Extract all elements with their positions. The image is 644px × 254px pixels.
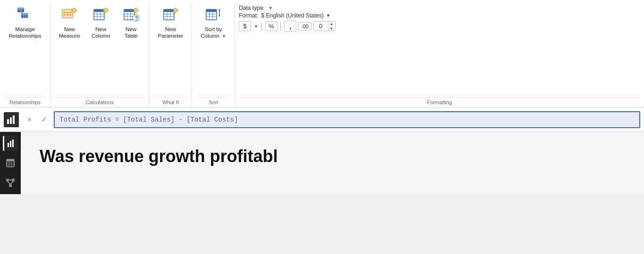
svg-rect-85 [8,143,9,147]
svg-rect-84 [13,115,15,124]
decimal-spinner: ▲ ▼ [328,22,335,31]
formula-cancel-button[interactable]: × [25,114,34,126]
view-icon-bar [4,112,19,127]
percent-button[interactable]: % [265,21,277,31]
formatting-items: Data type: ▼ Format: $ English (United S… [239,3,640,96]
svg-rect-97 [9,184,12,187]
decimal-number-input[interactable] [314,22,328,31]
decimal-up-button[interactable]: ▲ [328,22,335,26]
new-parameter-button[interactable]: NewParameter [153,3,188,41]
dollar-button[interactable]: $ [239,21,251,31]
sidebar-icon-report[interactable] [3,136,18,151]
svg-rect-86 [10,141,11,147]
sidebar-icon-data[interactable] [3,156,18,171]
svg-rect-13 [64,12,66,13]
svg-rect-83 [10,117,12,124]
formatting-group-label: Formatting [239,97,640,107]
ribbon-group-relationships: Manage Relationships Relationships [0,3,50,107]
new-table-icon: ? [122,6,141,25]
format-value-text: $ English (United States) [261,12,324,19]
ribbon-group-items-calculations: NewMeasure [54,3,145,96]
new-measure-icon [60,6,79,25]
svg-rect-15 [69,12,71,13]
datatype-label: Data type: [239,5,265,11]
new-table-label: NewTable [125,26,138,40]
ribbon-group-items-whatif: NewParameter [153,3,188,96]
new-table-button[interactable]: ? NewTable [117,3,145,41]
format-controls: $ ▼ | % | , .00 ▲ ▼ [239,21,335,32]
format-value-dropdown[interactable]: $ English (United States) ▼ [261,12,331,19]
svg-text:?: ? [134,15,138,22]
manage-relationships-icon [16,6,34,25]
svg-rect-18 [69,14,71,16]
ribbon-group-items-sort: Sort byColumn ▼ [196,3,231,96]
content-area: Was revenue growth profitabl [21,132,644,194]
ribbon-main: Manage Relationships Relationships [0,0,644,107]
sort-group-label: Sort [196,97,231,107]
formula-confirm-button[interactable]: ✓ [38,113,50,126]
ribbon-group-whatif: NewParameter What If [150,3,192,107]
relationships-group-label: Relationships [4,97,46,107]
ribbon-group-sort: Sort byColumn ▼ Sort [192,3,235,107]
formula-input[interactable] [54,111,640,128]
svg-rect-6 [21,13,28,15]
svg-rect-11 [62,9,73,18]
svg-rect-75 [206,9,217,12]
sort-dropdown-arrow: ▼ [222,34,226,39]
svg-rect-17 [67,14,68,16]
new-measure-label: NewMeasure [59,26,80,40]
new-parameter-icon [161,6,180,25]
svg-line-99 [8,181,10,184]
svg-rect-29 [94,9,104,12]
svg-rect-1 [17,8,24,9]
new-measure-button[interactable]: NewMeasure [54,3,85,41]
svg-line-10 [21,12,23,13]
svg-rect-89 [7,159,14,161]
svg-line-100 [10,181,13,184]
format-label: Format: [239,12,258,19]
ribbon-group-items-relationships: Manage Relationships [4,3,46,96]
sort-by-column-label: Sort byColumn ▼ [201,26,226,40]
decimal-button[interactable]: .00 [298,22,311,31]
format-dropdown-arrow: ▼ [326,13,330,18]
ribbon-group-calculations: NewMeasure [50,3,150,107]
sort-by-column-icon [204,6,223,25]
format-row: Format: $ English (United States) ▼ [239,12,330,19]
decimal-down-button[interactable]: ▼ [328,26,335,31]
calculations-group-label: Calculations [54,97,145,107]
left-sidebar [0,132,21,194]
ribbon: Manage Relationships Relationships [0,0,644,107]
svg-rect-59 [164,9,174,12]
svg-rect-95 [6,179,9,181]
separator-2: | [280,21,282,31]
separator-1: | [260,21,263,31]
whatif-group-label: What If [153,97,188,107]
svg-rect-96 [12,179,15,181]
new-column-button[interactable]: NewColumn [87,3,115,41]
decimal-number-box: ▲ ▼ [313,21,335,31]
svg-rect-14 [67,12,68,13]
formula-bar: × ✓ [0,107,644,132]
new-column-label: NewColumn [92,26,110,40]
page-title: Was revenue growth profitabl [40,146,625,166]
datatype-dropdown-arrow: ▼ [268,6,273,10]
ribbon-group-formatting: Data type: ▼ Format: $ English (United S… [235,3,644,107]
svg-rect-82 [7,119,9,124]
svg-rect-45 [124,9,134,12]
manage-relationships-button[interactable]: Manage Relationships [4,3,46,41]
svg-rect-16 [64,14,66,16]
datatype-row: Data type: ▼ [239,5,273,11]
comma-button[interactable]: , [284,21,296,32]
new-column-icon [92,6,110,25]
svg-rect-87 [12,139,14,147]
sidebar-icon-model[interactable] [3,175,18,190]
main-area: Was revenue growth profitabl [0,132,644,194]
dollar-dropdown-arrow[interactable]: ▼ [254,24,258,29]
new-parameter-label: NewParameter [158,26,184,40]
manage-relationships-label: Manage Relationships [8,26,42,40]
sort-by-column-button[interactable]: Sort byColumn ▼ [196,3,231,41]
